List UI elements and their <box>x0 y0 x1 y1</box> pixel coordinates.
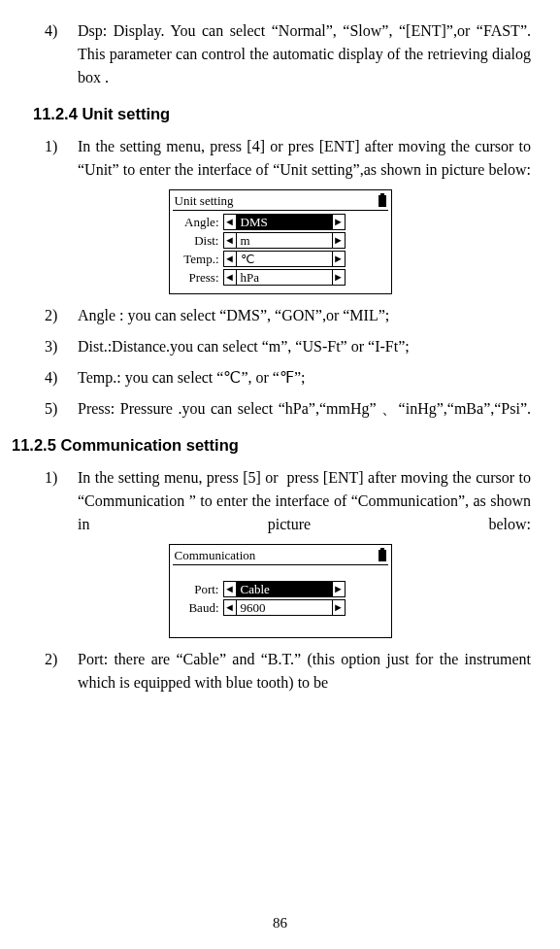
arrow-right-icon[interactable]: ► <box>332 269 346 286</box>
list-item-unit-2: 2) Angle : you can select “DMS”, “GON”,o… <box>45 304 531 327</box>
screen-rows: Angle: ◄ DMS ► Dist: ◄ m ► Temp.: ◄ ℃ ► … <box>173 211 388 286</box>
list-item-comm-1: 1) In the setting menu, press [5] or pre… <box>45 466 531 536</box>
list-number: 3) <box>45 335 78 358</box>
list-item-unit-3: 3) Dist.:Distance.you can select “m”, “U… <box>45 335 531 358</box>
arrow-left-icon[interactable]: ◄ <box>223 581 237 597</box>
list-item-unit-1: 1) In the setting menu, press [4] or pre… <box>45 135 531 182</box>
list-text: In the setting menu, press [5] or press … <box>78 466 531 536</box>
setting-row-dist: Dist: ◄ m ► <box>175 232 384 249</box>
setting-row-baud: Baud: ◄ 9600 ► <box>175 599 384 616</box>
battery-icon <box>379 195 386 207</box>
arrow-left-icon[interactable]: ◄ <box>223 251 237 267</box>
setting-value[interactable]: DMS <box>237 214 332 230</box>
setting-label: Press: <box>175 270 223 286</box>
list-number: 4) <box>45 366 78 390</box>
setting-label: Baud: <box>175 600 223 616</box>
screen-title-bar: Unit setting <box>173 192 388 211</box>
list-number: 5) <box>45 397 78 421</box>
setting-row-angle: Angle: ◄ DMS ► <box>175 214 384 230</box>
setting-value[interactable]: Cable <box>237 581 332 597</box>
arrow-left-icon[interactable]: ◄ <box>223 599 237 616</box>
arrow-right-icon[interactable]: ► <box>332 232 346 249</box>
setting-row-temp: Temp.: ◄ ℃ ► <box>175 251 384 267</box>
list-text: Angle : you can select “DMS”, “GON”,or “… <box>78 304 531 327</box>
screen-title-bar: Communication <box>173 547 388 565</box>
setting-value[interactable]: 9600 <box>237 599 332 616</box>
list-text: Port: there are “Cable” and “B.T.” (this… <box>78 648 531 695</box>
list-item-unit-5: 5) Press: Pressure .you can select “hPa”… <box>45 397 531 421</box>
setting-row-press: Press: ◄ hPa ► <box>175 269 384 286</box>
list-text: Dist.:Distance.you can select “m”, “US-F… <box>78 335 531 358</box>
list-number: 2) <box>45 648 78 695</box>
setting-label: Angle: <box>175 215 223 230</box>
unit-setting-screen: Unit setting Angle: ◄ DMS ► Dist: ◄ m ► … <box>169 189 392 294</box>
list-text: Press: Pressure .you can select “hPa”,“m… <box>78 397 531 421</box>
setting-label: Temp.: <box>175 252 223 267</box>
setting-label: Port: <box>175 582 223 597</box>
list-number: 1) <box>45 466 78 536</box>
list-item-comm-2: 2) Port: there are “Cable” and “B.T.” (t… <box>45 648 531 695</box>
list-text: Dsp: Display. You can select “Normal”, “… <box>78 19 531 89</box>
setting-value[interactable]: hPa <box>237 269 332 286</box>
screen-title: Unit setting <box>175 193 234 209</box>
setting-value[interactable]: ℃ <box>237 251 332 267</box>
screen-rows: Port: ◄ Cable ► Baud: ◄ 9600 ► <box>173 565 388 631</box>
section-heading-unit: 11.2.4 Unit setting <box>33 105 531 123</box>
setting-value[interactable]: m <box>237 232 332 249</box>
battery-icon <box>379 550 386 561</box>
arrow-right-icon[interactable]: ► <box>332 599 346 616</box>
list-number: 4) <box>45 19 78 89</box>
list-number: 1) <box>45 135 78 182</box>
communication-screen: Communication Port: ◄ Cable ► Baud: ◄ 96… <box>169 544 392 638</box>
setting-row-port: Port: ◄ Cable ► <box>175 581 384 597</box>
list-text: Temp.: you can select “℃”, or “℉”; <box>78 366 531 390</box>
arrow-left-icon[interactable]: ◄ <box>223 232 237 249</box>
setting-label: Dist: <box>175 233 223 249</box>
list-text: In the setting menu, press [4] or pres [… <box>78 135 531 182</box>
arrow-right-icon[interactable]: ► <box>332 214 346 230</box>
list-number: 2) <box>45 304 78 327</box>
arrow-left-icon[interactable]: ◄ <box>223 214 237 230</box>
arrow-left-icon[interactable]: ◄ <box>223 269 237 286</box>
page-number: 86 <box>0 915 560 932</box>
section-heading-comm: 11.2.5 Communication setting <box>12 436 531 455</box>
arrow-right-icon[interactable]: ► <box>332 581 346 597</box>
list-item-dsp: 4) Dsp: Display. You can select “Normal”… <box>45 19 531 89</box>
screen-title: Communication <box>175 548 256 563</box>
arrow-right-icon[interactable]: ► <box>332 251 346 267</box>
list-item-unit-4: 4) Temp.: you can select “℃”, or “℉”; <box>45 366 531 390</box>
